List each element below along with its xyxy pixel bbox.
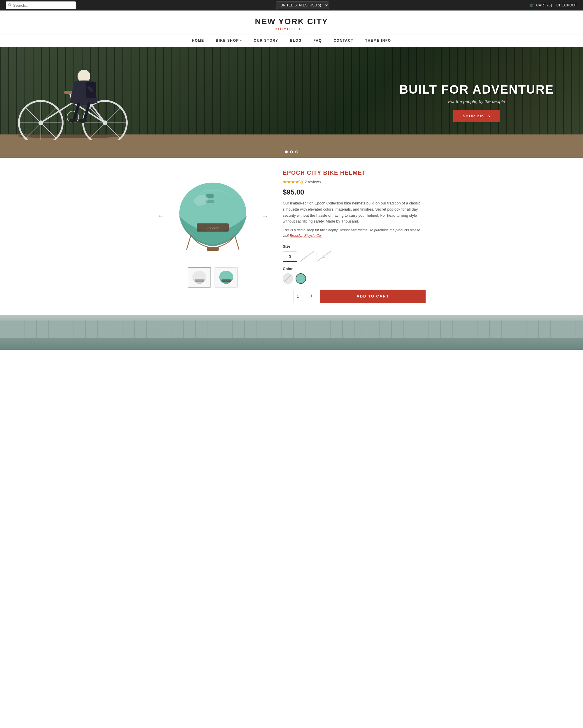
svg-rect-47 (195, 280, 204, 282)
product-main-image: ← Thousand (158, 170, 268, 263)
svg-line-34 (89, 88, 92, 91)
quantity-decrease-button[interactable]: − (283, 290, 294, 303)
quantity-input[interactable] (294, 290, 306, 303)
color-swatch-mint[interactable] (296, 273, 306, 284)
brand-name: NEW YORK CITY (6, 17, 577, 26)
quantity-increase-button[interactable]: + (306, 290, 317, 303)
reviews-count: 2 reviews (305, 180, 321, 184)
product-gallery: ← Thousand (158, 170, 268, 303)
color-swatch-white[interactable] (283, 273, 293, 284)
svg-point-38 (79, 119, 87, 123)
footer-image-strip (0, 315, 583, 350)
hero-subtitle: For the people, by the people (399, 99, 554, 104)
nav-item-home[interactable]: HOME (186, 34, 210, 47)
gallery-thumbnails (158, 267, 268, 288)
brooklyn-bicycle-link[interactable]: Brooklyn Bicycle Co. (290, 234, 322, 238)
hero-dot-1[interactable] (285, 151, 288, 153)
search-form[interactable] (6, 1, 76, 9)
nav-item-blog[interactable]: BLOG (284, 34, 308, 47)
size-btn-l[interactable]: L (316, 251, 331, 262)
product-rating: ★★★★½ 2 reviews (283, 179, 425, 185)
color-options (283, 273, 425, 284)
star-rating: ★★★★½ (283, 179, 303, 185)
top-bar: UNITED STATES (USD $) 🛒 CART (0) CHECKOU… (0, 0, 583, 10)
currency-select[interactable]: UNITED STATES (USD $) (276, 1, 329, 9)
add-to-cart-row: − + ADD TO CART (283, 290, 425, 303)
hero-dot-3[interactable] (295, 151, 298, 153)
size-btn-m[interactable]: M (300, 251, 314, 262)
size-btn-s[interactable]: S (283, 251, 297, 262)
shop-bikes-button[interactable]: SHOP BIKES (453, 110, 500, 122)
nav-item-theme-info[interactable]: THEME INFO (359, 34, 397, 47)
add-to-cart-button[interactable]: ADD TO CART (320, 290, 425, 303)
nav-item-our-story[interactable]: OUR STORY (248, 34, 284, 47)
color-label: Color (283, 266, 425, 271)
size-label: Size (283, 244, 425, 249)
hero-bike-illustration (12, 53, 134, 140)
main-nav: HOME BIKE SHOP ▾ OUR STORY BLOG FAQ CONT… (0, 34, 583, 47)
product-price: $95.00 (283, 188, 425, 196)
svg-point-0 (8, 3, 11, 6)
nav-item-bike-shop[interactable]: BIKE SHOP ▾ (210, 34, 248, 47)
product-title: EPOCH CITY BIKE HELMET (283, 170, 425, 176)
quantity-controls: − + (283, 290, 317, 303)
helmet-illustration: Thousand (173, 178, 252, 254)
gallery-next-button[interactable]: → (262, 212, 268, 220)
cart-link[interactable]: 🛒 CART (0) (529, 3, 552, 7)
product-demo-note: This is a demo shop for the Shopify Resp… (283, 228, 425, 239)
checkout-link[interactable]: CHECKOUT (556, 3, 577, 7)
svg-rect-49 (222, 280, 231, 282)
hero-section: BUILT FOR ADVENTURE For the people, by t… (0, 47, 583, 158)
svg-rect-44 (207, 247, 219, 251)
svg-line-1 (10, 5, 11, 6)
gallery-prev-button[interactable]: ← (158, 212, 164, 220)
cart-icon: 🛒 (529, 3, 534, 7)
product-section: ← Thousand (151, 170, 432, 303)
hero-text-area: BUILT FOR ADVENTURE For the people, by t… (399, 82, 554, 122)
product-description: Our limited-edition Epoch Collection bik… (283, 200, 425, 225)
hero-title: BUILT FOR ADVENTURE (399, 82, 554, 97)
hero-dot-2[interactable] (290, 151, 293, 153)
search-input[interactable] (13, 3, 74, 7)
svg-line-9 (25, 107, 41, 123)
thumb-mint-helmet[interactable] (215, 267, 238, 288)
hero-dots (285, 151, 298, 153)
site-header: NEW YORK CITY BICYCLE CO. (0, 10, 583, 34)
search-icon (8, 3, 12, 8)
svg-line-20 (105, 107, 120, 123)
brand-tagline: BICYCLE CO. (6, 27, 577, 31)
svg-point-37 (69, 119, 77, 123)
svg-text:Thousand: Thousand (207, 226, 219, 230)
product-info: EPOCH CITY BIKE HELMET ★★★★½ 2 reviews $… (283, 170, 425, 303)
hero-background: BUILT FOR ADVENTURE For the people, by t… (0, 47, 583, 158)
thumb-white-helmet[interactable] (188, 267, 211, 288)
svg-point-2 (18, 134, 122, 138)
size-options: S M L (283, 251, 425, 262)
nav-item-contact[interactable]: CONTACT (328, 34, 359, 47)
svg-line-35 (74, 104, 79, 120)
nav-item-faq[interactable]: FAQ (308, 34, 328, 47)
chevron-down-icon: ▾ (240, 39, 242, 42)
top-bar-right: 🛒 CART (0) CHECKOUT (529, 3, 577, 7)
